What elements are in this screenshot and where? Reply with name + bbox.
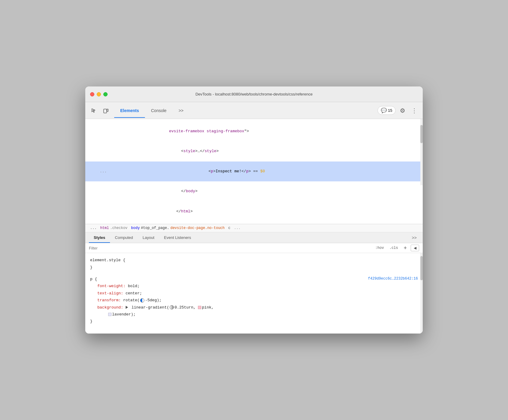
filter-bar: :hov .cls + ◀ (85, 243, 423, 253)
p-rule-header: p { f429d9ecc6c…2232b642:16 (90, 276, 418, 283)
minimize-button[interactable] (97, 92, 101, 96)
styles-panel: element.style { } p { f429d9ecc6c…2232b6… (85, 253, 423, 334)
more-options-button[interactable]: ⋮ (409, 106, 419, 115)
dom-scrollbar-thumb[interactable] (420, 125, 423, 143)
window-title: DevTools - localhost:8080/web/tools/chro… (90, 92, 418, 96)
chat-icon: 💬 (381, 108, 387, 113)
dom-panel: evsite-framebox staging-framebox"> <styl… (85, 119, 423, 224)
styles-scrollbar[interactable] (420, 253, 423, 334)
tab-layout[interactable]: Layout (138, 232, 159, 243)
tab-computed[interactable]: Computed (110, 232, 138, 243)
close-button[interactable] (90, 92, 94, 96)
title-bar: DevTools - localhost:8080/web/tools/chro… (85, 86, 423, 102)
dom-tree: evsite-framebox staging-framebox"> <styl… (85, 119, 423, 224)
gradient-icon[interactable] (170, 305, 174, 309)
toggle-sidebar-button[interactable]: ◀ (411, 245, 419, 251)
svg-rect-1 (107, 109, 108, 111)
p-rule-link[interactable]: f429d9ecc6c…2232b642:16 (368, 276, 418, 283)
lavender-swatch[interactable] (108, 313, 111, 316)
add-style-button[interactable]: + (402, 244, 409, 252)
css-text-align: text-align: center; (90, 290, 418, 297)
hov-button[interactable]: :hov (373, 245, 386, 251)
element-style-rule: element.style { } (90, 257, 418, 271)
dom-line-4[interactable]: </body> (85, 181, 423, 201)
breadcrumb-body[interactable]: body (131, 226, 140, 230)
dom-line-1[interactable]: evsite-framebox staging-framebox"> (85, 121, 423, 141)
device-toolbar-button[interactable] (101, 106, 111, 115)
tab-event-listeners[interactable]: Event Listeners (159, 232, 196, 243)
css-rules-area: element.style { } p { f429d9ecc6c…2232b6… (85, 253, 423, 334)
breadcrumb-classes[interactable]: devsite-doc-page.no-touch (170, 226, 224, 230)
dom-scrollbar[interactable] (420, 119, 423, 185)
breadcrumb-c[interactable]: c (228, 226, 230, 230)
maximize-button[interactable] (103, 92, 108, 96)
chat-count: 15 (388, 108, 392, 113)
pink-swatch[interactable] (198, 306, 201, 309)
dom-class-attr: evsite-framebox staging-framebox (169, 129, 244, 133)
styles-tab-chevron[interactable]: >> (409, 234, 419, 241)
toolbar: Elements Console >> 💬 15 ⚙ ⋮ (85, 102, 423, 119)
chat-badge[interactable]: 💬 15 (378, 106, 396, 115)
p-rule-close: } (90, 318, 418, 325)
filter-actions: :hov .cls + ◀ (373, 244, 419, 252)
breadcrumb-bar: ... html.checkov body#top_of_page.devsit… (85, 224, 423, 232)
tab-styles[interactable]: Styles (89, 232, 110, 243)
cls-button[interactable]: .cls (387, 245, 400, 251)
css-transform: transform: rotate( -5deg); (90, 297, 418, 304)
traffic-lights (90, 92, 108, 96)
p-rule: p { f429d9ecc6c…2232b642:16 font-weight:… (90, 276, 418, 325)
dom-line-2[interactable]: <style>…</style> (85, 142, 423, 161)
dom-line-selected[interactable]: ... <p>Inspect me!</p> == $0 (85, 161, 423, 181)
breadcrumb-more[interactable]: ... (234, 226, 241, 230)
toolbar-icons (89, 106, 111, 115)
breadcrumb-ellipsis[interactable]: ... (90, 226, 97, 230)
breadcrumb-html[interactable]: html (100, 226, 109, 230)
expand-triangle[interactable] (126, 306, 128, 309)
p-selector: p { (90, 276, 97, 283)
tab-console[interactable]: Console (145, 106, 172, 115)
element-style-selector: element.style { (90, 257, 418, 264)
settings-button[interactable]: ⚙ (398, 106, 407, 115)
dom-line-5[interactable]: </html> (85, 202, 423, 221)
styles-panel-tabs: Styles Computed Layout Event Listeners >… (85, 232, 423, 243)
styles-scrollbar-thumb[interactable] (420, 256, 423, 280)
svg-rect-0 (104, 109, 107, 113)
element-style-close: } (90, 264, 418, 271)
filter-input[interactable] (89, 246, 371, 250)
css-background-continued: lavender); (90, 311, 418, 318)
inspect-element-button[interactable] (89, 106, 99, 115)
tab-elements[interactable]: Elements (114, 106, 145, 115)
dom-ellipsis: ... (100, 168, 107, 175)
angle-icon[interactable] (140, 298, 144, 302)
toolbar-right: 💬 15 ⚙ ⋮ (378, 106, 419, 115)
css-font-weight: font-weight: bold; (90, 283, 418, 290)
devtools-window: DevTools - localhost:8080/web/tools/chro… (85, 86, 423, 333)
tab-more-chevron[interactable]: >> (173, 106, 190, 115)
css-background: background: linear-gradient(0.25turn, pi… (90, 304, 418, 311)
main-tabs: Elements Console >> (114, 106, 374, 115)
